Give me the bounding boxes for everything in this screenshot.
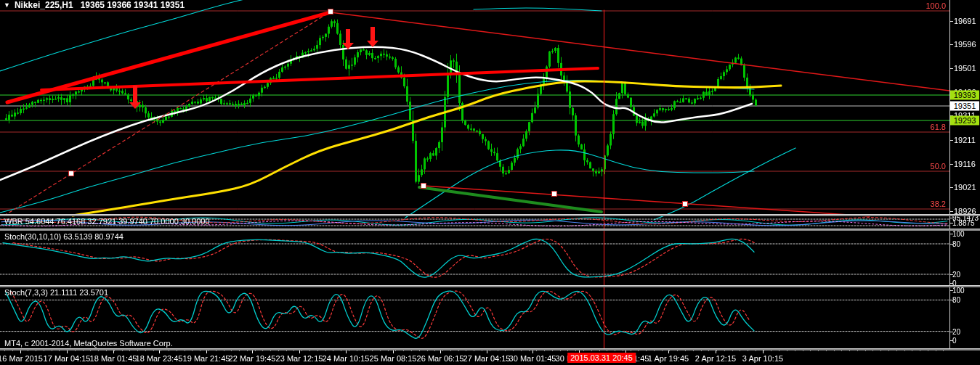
price-axis-label: 19211 <box>954 136 976 144</box>
fib-label-50.0: 50.0 <box>895 162 946 171</box>
time-axis-label: 1 Apr 19:45 <box>648 354 689 363</box>
wbr-indicator-label: WBR 54.6044 76.4168 32.7921 39.9740 70.0… <box>4 217 210 226</box>
time-axis-label: 24 Mar 10:15 <box>323 354 370 363</box>
chart-title: ▼Nikkei_225,H119365 19366 19341 19351 <box>4 0 185 10</box>
indicator-axis-label: 80 <box>952 240 960 248</box>
time-axis-label: 18 Mar 23:45 <box>136 354 183 363</box>
fib-label-100.0: 100.0 <box>895 1 946 10</box>
indicator-axis-label: 80 <box>952 296 960 304</box>
price-axis-label: 19501 <box>954 64 976 73</box>
time-axis-border <box>0 348 980 350</box>
price-tag-19351: 19351 <box>950 102 979 111</box>
indicator-axis-label: 20 <box>952 271 960 279</box>
pane-separator-wbr[interactable] <box>0 214 980 216</box>
price-tag-19393: 19393 <box>950 91 979 100</box>
indicator-axis-label: 100 <box>952 230 965 238</box>
time-axis-label: 26 Mar 06:15 <box>417 354 464 363</box>
pane-separator-stoch30[interactable] <box>0 229 980 231</box>
symbol-dropdown-icon[interactable]: ▼ <box>4 1 10 9</box>
time-axis-label: 19 Mar 21:45 <box>183 354 230 363</box>
fib-label-38.2: 38.2 <box>895 200 946 208</box>
indicator-axis-label: 20 <box>952 328 960 336</box>
price-axis-border <box>949 0 950 349</box>
stoch7-indicator-label: Stoch(7,3,3) 21.1111 23.5701 <box>4 288 108 297</box>
time-axis-label: 30 Mar 01:45 <box>509 354 556 363</box>
fib-label-61.8: 61.8 <box>895 123 946 131</box>
pane-separator-stoch7[interactable] <box>0 285 980 287</box>
time-axis-label: 22 Mar 19:45 <box>229 354 276 363</box>
mt4-chart-window: ▼Nikkei_225,H119365 19366 19341 19351 10… <box>0 0 980 365</box>
time-axis-label: 27 Mar 04:15 <box>463 354 511 363</box>
chart-canvas[interactable] <box>0 0 980 365</box>
price-axis-label: 19021 <box>954 183 976 192</box>
time-axis-label: 18 Mar 01:45 <box>90 354 137 363</box>
price-axis-label: 19691 <box>954 17 976 25</box>
time-cursor-tag: 2015.03.31 20:45 <box>567 353 636 363</box>
copyright-label: MT4, c 2001-2014, MetaQuotes Software Co… <box>4 339 173 348</box>
time-axis-label: 3 Apr 10:15 <box>742 354 783 363</box>
time-axis-label: 2 Apr 12:15 <box>695 354 736 363</box>
symbol-period-label: Nikkei_225,H1 <box>15 0 73 10</box>
time-axis-label: 23 Mar 12:15 <box>276 354 323 363</box>
time-axis-label: 17 Mar 04:15 <box>44 354 91 363</box>
price-tag-19293: 19293 <box>950 116 979 126</box>
indicator-axis-label: 1.8875 <box>952 219 975 227</box>
ohlc-values: 19365 19366 19341 19351 <box>81 0 185 10</box>
time-axis-label: 16 Mar 2015 <box>0 354 43 363</box>
stoch30-indicator-label: Stoch(30,10,10) 63.5139 80.9744 <box>4 232 123 241</box>
price-axis-label: 19116 <box>954 160 976 168</box>
indicator-axis-label: 0 <box>952 337 957 345</box>
indicator-axis-label: 100 <box>952 287 965 295</box>
price-axis-label: 19596 <box>954 40 976 49</box>
time-axis-label: 25 Mar 08:15 <box>370 354 417 363</box>
